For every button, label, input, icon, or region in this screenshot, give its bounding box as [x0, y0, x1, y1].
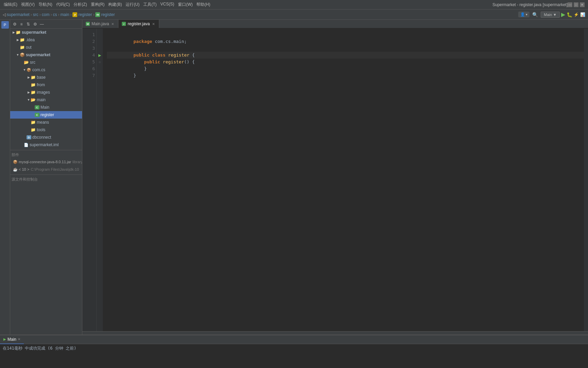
menu-run[interactable]: 运行(U) — [124, 2, 141, 7]
tree-item-mysql-jar[interactable]: 📦 mysql-connector-java-8.0.11.jar librar… — [10, 158, 82, 166]
sidebar-tool-3[interactable]: ⇅ — [25, 21, 31, 27]
bottom-tab-main-label: Main — [7, 337, 16, 342]
tree-item-src[interactable]: 📂 src — [10, 59, 82, 66]
tree-label-out: out — [26, 45, 32, 50]
tab-register[interactable]: r register.java ✕ — [118, 20, 159, 28]
horizontal-scrollbar[interactable] — [82, 331, 588, 335]
bottom-panel: ▶ Main ✕ 在141毫秒 中成功完成 (6 分钟 之前) — [0, 335, 588, 368]
menu-vcs[interactable]: VCS(S) — [159, 2, 176, 7]
nav-sep6: › — [93, 12, 94, 17]
menu-build[interactable]: 构建(B) — [107, 2, 124, 7]
nav-sep1: › — [31, 12, 32, 17]
tree-item-base[interactable]: ▶ 📁 base — [10, 74, 82, 81]
tree-label-mysql: mysql-connector-java-8.0.11.jar — [19, 160, 71, 164]
menu-help[interactable]: 帮助(H) — [195, 2, 212, 7]
tree-item-main-folder[interactable]: ▼ 📂 main — [10, 96, 82, 104]
tree-label-means: means — [37, 120, 49, 125]
window-controls[interactable]: — □ ✕ — [568, 2, 586, 7]
nav-project[interactable]: supermarket — [7, 12, 30, 17]
sidebar-tool-1[interactable]: ⚙ — [12, 21, 18, 27]
nav-cs[interactable]: cs — [53, 12, 57, 17]
toolbar-right-icons[interactable]: 👤▾ 🔍 Main▼ ▶ 🐛 ⚡ 📊 — [518, 11, 585, 18]
sidebar: ⚙ ≡ ⇅ ⚙ — ▶ 📁 supermarket ▶ 📁 .idea — [10, 20, 82, 335]
code-line-1: package com.cs.main; — [107, 31, 584, 38]
code-editor[interactable]: 1 2 3 4 5 6 7 ▶ ○ package com. — [82, 29, 588, 331]
menu-refactor[interactable]: 重构(R) — [89, 2, 107, 7]
nav-sep5: › — [70, 12, 71, 17]
menu-bar[interactable]: 编辑(E) 视图(V) 导航(N) 代码(C) 分析(Z) 重构(R) 构建(B… — [2, 2, 492, 7]
tree-label-mysql-suffix: library f... — [72, 160, 82, 164]
tree-item-iml[interactable]: 📄 supermarket.iml — [10, 141, 82, 149]
tree-item-from[interactable]: 📁 from — [10, 81, 82, 89]
sidebar-tool-2[interactable]: ≡ — [18, 21, 24, 27]
tab-main-close[interactable]: ✕ — [111, 22, 115, 26]
tab-register-close[interactable]: ✕ — [151, 22, 156, 26]
menu-code[interactable]: 代码(C) — [54, 2, 72, 7]
menu-tools[interactable]: 工具(T) — [142, 2, 158, 7]
search-icon[interactable]: 🔍 — [531, 12, 539, 17]
tree-label-iml: supermarket.iml — [30, 142, 59, 147]
nav-src[interactable]: src — [33, 12, 38, 17]
project-icon[interactable]: P — [1, 21, 9, 29]
tabs-bar: M Main.java ✕ r register.java ✕ — [82, 20, 588, 29]
tree-item-means[interactable]: 📁 means — [10, 119, 82, 126]
nav-class[interactable]: m register — [95, 12, 115, 17]
tree-item-out[interactable]: 📁 out — [10, 44, 82, 51]
account-icon[interactable]: 👤▾ — [518, 12, 529, 17]
tree-label-images: images — [37, 90, 50, 95]
left-sidebar-strip: P — [0, 20, 10, 335]
tree-label-Main-class: Main — [40, 105, 49, 110]
tree-item-Main[interactable]: C Main — [10, 104, 82, 111]
tree-label-supermarket-mod: supermarket — [26, 52, 50, 57]
tree-item-dbconnect[interactable]: D dbconnect — [10, 134, 82, 141]
sidebar-tool-4[interactable]: ⚙ — [32, 21, 38, 27]
minimize-button[interactable]: — — [568, 2, 572, 7]
right-gutter — [584, 29, 588, 331]
tab-main[interactable]: M Main.java ✕ — [82, 20, 118, 28]
sidebar-tree: ▶ 📁 supermarket ▶ 📁 .idea 📁 out ▼ 📦 supe… — [10, 29, 82, 335]
tree-label-supermarket: supermarket — [22, 30, 46, 35]
tree-item-register[interactable]: C register — [10, 111, 82, 119]
sidebar-toolbar: ⚙ ≡ ⇅ ⚙ — — [10, 20, 82, 29]
nav-package-icon[interactable]: p register — [72, 12, 92, 17]
tree-item-root[interactable]: ▶ 📁 supermarket — [10, 29, 82, 36]
menu-edit[interactable]: 编辑(E) — [2, 2, 19, 7]
tree-item-supermarket-module[interactable]: ▼ 📦 supermarket — [10, 51, 82, 59]
debug-button[interactable]: 🐛 — [567, 12, 572, 17]
run-config-btn[interactable]: Main▼ — [541, 12, 560, 18]
nav-bar: ◁ supermarket › src › com › cs › main › … — [0, 10, 588, 20]
line-num-7: 7 — [84, 72, 95, 79]
close-button[interactable]: ✕ — [580, 2, 585, 7]
bottom-tab-main[interactable]: ▶ Main ✕ — [0, 335, 24, 344]
tree-item-comcs[interactable]: ▼ 📦 com.cs — [10, 66, 82, 74]
run-button[interactable]: ▶ — [561, 11, 565, 18]
bottom-tab-main-icon: ▶ — [3, 337, 6, 341]
menu-view[interactable]: 视图(V) — [19, 2, 36, 7]
line-num-4: 4 — [84, 52, 95, 59]
menu-analyze[interactable]: 分析(Z) — [72, 2, 88, 7]
code-content[interactable]: package com.cs.main; public class regist… — [103, 29, 584, 331]
nav-main[interactable]: main — [60, 12, 69, 17]
menu-nav[interactable]: 导航(N) — [37, 2, 54, 7]
maximize-button[interactable]: □ — [574, 2, 578, 7]
bottom-tab-main-close[interactable]: ✕ — [18, 337, 20, 341]
coverage-button[interactable]: ⚡ — [574, 12, 579, 17]
tree-label-jdk: < 10 > — [19, 167, 29, 171]
tree-label-main: main — [37, 97, 46, 102]
sidebar-tool-5[interactable]: — — [39, 21, 45, 27]
gutter-run-icon[interactable]: ▶ — [97, 52, 103, 59]
nav-back-icon[interactable]: ◁ — [3, 12, 6, 17]
tree-item-idea[interactable]: ▶ 📁 .idea — [10, 36, 82, 44]
tree-item-jdk[interactable]: ☕ < 10 > C:\Program Files\Java\jdk-10 — [10, 166, 82, 173]
code-line-3: public class register { — [107, 45, 584, 52]
nav-sep2: › — [39, 12, 41, 17]
tree-label-dbconnect: dbconnect — [32, 135, 51, 140]
bottom-content: 在141毫秒 中成功完成 (6 分钟 之前) — [0, 344, 588, 368]
profiler-button[interactable]: 📊 — [580, 12, 585, 17]
tree-item-images[interactable]: ▶ 📁 images — [10, 89, 82, 96]
tree-item-tools[interactable]: 📁 tools — [10, 126, 82, 134]
code-line-6: } — [107, 65, 584, 72]
tree-label-register-class: register — [40, 112, 54, 117]
nav-com[interactable]: com — [42, 12, 50, 17]
menu-window[interactable]: 窗口(W) — [176, 2, 194, 7]
